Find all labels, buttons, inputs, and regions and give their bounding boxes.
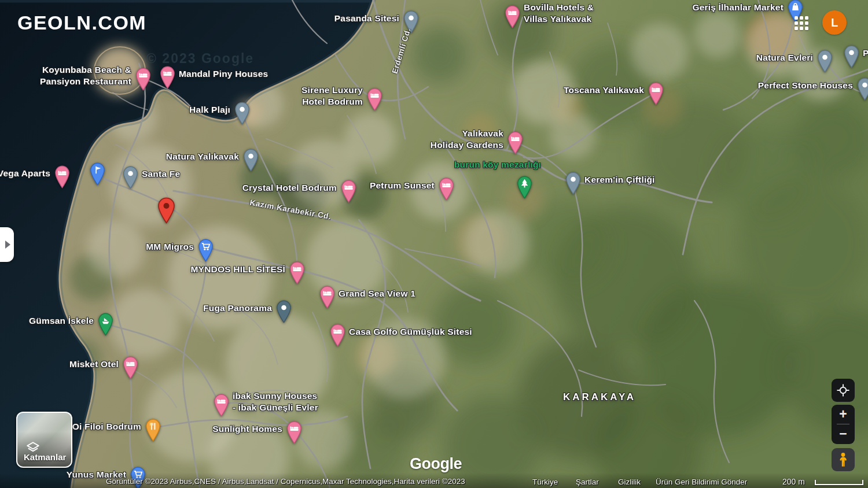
halk-plaji-label[interactable]: Halk Plajı [189, 104, 230, 116]
edge-poi-pin[interactable] [844, 45, 859, 71]
myndos-hill-sitesi-pin[interactable] [289, 261, 305, 287]
erdemli-cd-label: Erdemli Cd. [389, 27, 414, 75]
karakaya-label: KARAKAYA [563, 391, 636, 403]
keremin-ciftligi-pin[interactable] [565, 172, 581, 198]
footer-link-feedback[interactable]: Ürün Geri Bildirimi Gönder [656, 478, 747, 486]
grand-sea-view-1-pin[interactable] [319, 286, 335, 312]
dropped-red-marker-pin[interactable] [157, 197, 175, 227]
perfect-stone-houses-pin[interactable] [857, 77, 868, 103]
mm-migros-pin[interactable] [198, 239, 214, 265]
misket-otel-pin[interactable] [123, 356, 138, 382]
my-location-icon [836, 383, 850, 397]
casa-golfo-pin[interactable] [330, 324, 345, 350]
ibak-sunny-houses-label[interactable]: ibak Sunny Houses - ibak Güneşli Evler [233, 390, 318, 413]
crystal-hotel-bodrum-label[interactable]: Crystal Hotel Bodrum [242, 182, 337, 194]
yalikavak-holiday-gardens-label[interactable]: Yalıkavak Holiday Gardens [431, 128, 503, 151]
gumsan-iskele-pin[interactable] [98, 313, 113, 339]
markers-layer: Pasanda SitesiBovilla Hotels & Villas Ya… [0, 0, 868, 488]
toscana-yalikavak-pin[interactable] [648, 82, 664, 108]
sunlight-homes-label[interactable]: Sunlight Homes [212, 423, 282, 435]
edge-poi-label[interactable]: P [863, 47, 868, 59]
fuga-panorama-label[interactable]: Fuga Panorama [203, 302, 272, 314]
google-logo[interactable]: Google [410, 455, 462, 473]
layers-label: Katmanlar [24, 452, 66, 462]
pegman-button[interactable] [832, 448, 855, 471]
chevron-right-icon [5, 241, 10, 249]
toscana-yalikavak-label[interactable]: Toscana Yalıkavak [564, 84, 644, 96]
oi-filoi-bodrum-label[interactable]: Oi Filoi Bodrum [72, 421, 141, 432]
sirene-luxury-hotel-label[interactable]: Sirene Luxury Hotel Bodrum [301, 84, 363, 108]
account-avatar[interactable]: L [822, 10, 847, 35]
geris-ilhanlar-market-label[interactable]: Geriş İlhanlar Market [692, 2, 784, 13]
natura-yalikavak-label[interactable]: Natura Yalıkavak [166, 151, 239, 162]
map-canvas[interactable]: GEOLN.COM © 2023 Google Pasanda SitesiBo… [0, 0, 868, 488]
zoom-control: + − [832, 405, 855, 444]
burun-koy-mezarligi-label: burun köy mezarlığı [454, 159, 541, 171]
sirene-luxury-hotel-pin[interactable] [367, 88, 382, 114]
halk-plaji-pin[interactable] [234, 102, 250, 128]
kazim-karabekir-cd-label: Kazım Karabekir Cd. [249, 197, 332, 223]
natura-evleri-label[interactable]: Natura Evleri [756, 52, 813, 64]
layers-button[interactable]: Katmanlar [16, 412, 72, 468]
natura-yalikavak-pin[interactable] [243, 149, 259, 175]
natura-evleri-pin[interactable] [817, 50, 833, 76]
mandal-piny-houses-label[interactable]: Mandal Piny Houses [179, 68, 268, 80]
pegman-icon [837, 452, 849, 467]
koyunbaba-beach-label[interactable]: Koyunbaba Beach & Pansiyon Restaurant [40, 64, 131, 87]
footer-link-terms[interactable]: Şartlar [576, 478, 599, 486]
mandal-piny-houses-pin[interactable] [160, 66, 175, 92]
santa-fe-pin[interactable] [123, 166, 138, 192]
keremin-ciftligi-label[interactable]: Kerem'in Çiftliği [584, 174, 655, 186]
bovilla-hotels-pin[interactable] [505, 5, 520, 31]
fuga-panorama-pin[interactable] [276, 300, 292, 326]
footer-link-privacy[interactable]: Gizlilik [618, 478, 641, 486]
perfect-stone-houses-label[interactable]: Perfect Stone Houses [758, 80, 853, 91]
yalikavak-holiday-gardens-pin[interactable] [507, 131, 523, 157]
gumsan-iskele-label[interactable]: Gümsan İskele [29, 315, 94, 327]
geoln-logo: GEOLN.COM [17, 12, 146, 34]
misket-otel-label[interactable]: Misket Otel [69, 358, 119, 370]
myndos-hill-sitesi-label[interactable]: MYNDOS HILL SİTESİ [191, 264, 286, 275]
petrum-sunset-label[interactable]: Petrum Sunset [370, 180, 435, 191]
flag-poi-pin[interactable] [90, 162, 105, 188]
grand-sea-view-1-label[interactable]: Grand Sea View 1 [339, 288, 415, 300]
my-location-button[interactable] [832, 379, 855, 402]
sunlight-homes-pin[interactable] [286, 421, 302, 447]
vega-aparts-pin[interactable] [54, 165, 70, 191]
zoom-out-button[interactable]: − [832, 424, 855, 443]
map-attribution: Görüntüler ©2023 Airbus,CNES / Airbus,La… [106, 477, 465, 486]
mm-migros-label[interactable]: MM Migros [146, 241, 194, 253]
expand-side-panel-button[interactable] [0, 227, 14, 262]
casa-golfo-label[interactable]: Casa Golfo Gümüşlük Sitesi [349, 326, 472, 338]
ibak-sunny-houses-pin[interactable] [214, 394, 229, 420]
santa-fe-label[interactable]: Santa Fe [142, 168, 180, 180]
footer-link-region[interactable]: Türkiye [532, 478, 558, 486]
bovilla-hotels-label[interactable]: Bovilla Hotels & Villas Yalıkavak [524, 2, 594, 25]
crystal-hotel-bodrum-pin[interactable] [341, 180, 356, 206]
apps-grid-icon[interactable] [794, 16, 809, 31]
scale-label: 200 m [782, 477, 805, 486]
scale-bar [815, 480, 863, 485]
oi-filoi-bodrum-pin[interactable] [145, 419, 161, 445]
koyunbaba-beach-pin[interactable] [135, 68, 151, 94]
vega-aparts-label[interactable]: Vega Aparts [0, 168, 50, 179]
cemetery-tree-pin[interactable] [517, 176, 532, 202]
pasanda-sitesi-label[interactable]: Pasanda Sitesi [334, 13, 399, 24]
zoom-in-button[interactable]: + [832, 405, 855, 424]
petrum-sunset-pin[interactable] [439, 178, 454, 204]
